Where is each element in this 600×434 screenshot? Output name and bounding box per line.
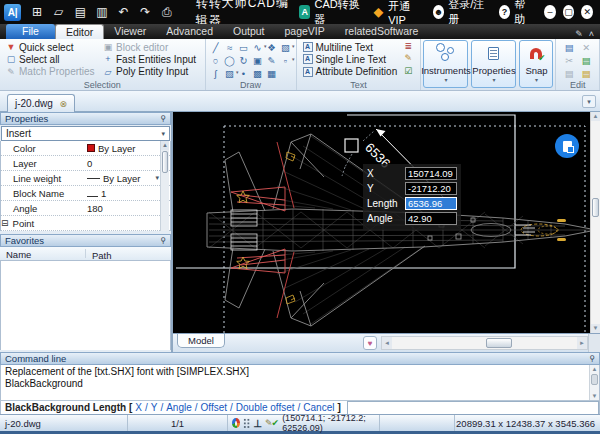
command-prompt[interactable]: BlackBackground Length [ X / Y / Angle /… (0, 400, 600, 414)
pick-box-cursor[interactable] (345, 139, 358, 152)
scroll-right-icon[interactable]: ► (577, 337, 587, 349)
text-style-icon[interactable]: ≣ (404, 41, 412, 53)
canvas-action-button[interactable] (555, 134, 579, 158)
hatch-tool-icon[interactable]: ▨ (223, 67, 237, 80)
poly-entity-input-button[interactable]: ▱Poly Entity Input (100, 66, 199, 78)
command-history[interactable]: Replacement of the [txt.SHX] font with [… (0, 365, 600, 400)
tooltip-length-field[interactable]: 6536.96 (405, 197, 457, 210)
model-tab[interactable]: Model (177, 334, 225, 348)
quick-select-button[interactable]: ▼Quick select (3, 41, 100, 53)
property-group-point[interactable]: ⊟ Point (1, 216, 170, 231)
properties-scrollbar[interactable]: ▲ (160, 141, 169, 231)
cut-icon[interactable]: ✂ (561, 54, 578, 67)
copy-tool-icon[interactable]: ▫ (279, 54, 293, 67)
save-as-icon[interactable]: ▥ (91, 5, 113, 19)
delete-icon[interactable]: ✕ (578, 41, 595, 54)
property-row-lineweight[interactable]: Line weight By Layer▾ (1, 171, 170, 186)
collapse-group-icon[interactable]: ⊟ (1, 218, 9, 228)
arc-tool-icon[interactable]: ↻ (237, 54, 251, 67)
new-file-icon[interactable]: ⊞ (26, 5, 48, 19)
login-link[interactable]: ☻ 登录/注册 (433, 0, 487, 27)
open-file-icon[interactable]: ▱ (48, 5, 70, 19)
block-tool-icon[interactable]: ❖ (265, 41, 279, 54)
circle-tool-icon[interactable]: ○ (209, 54, 223, 67)
grid-icon[interactable] (243, 418, 251, 428)
text-edit-icon[interactable]: ✎ (404, 53, 412, 65)
favorites-list[interactable] (0, 261, 171, 350)
favorites-col-name[interactable]: Name (0, 249, 86, 258)
close-tab-icon[interactable]: ⊗ (60, 99, 68, 109)
horizontal-scrollbar[interactable]: ◄ ► (381, 336, 588, 350)
minimize-button[interactable]: – (544, 5, 556, 19)
cmd-option-offset[interactable]: Offset (201, 402, 228, 413)
cad-converter-link[interactable]: A CAD转换器 (299, 0, 361, 27)
copy-with-basepoint-icon[interactable]: ▤ (578, 54, 595, 67)
scroll-up-icon[interactable]: ▲ (591, 112, 600, 121)
collapse-ribbon-icon[interactable]: ˄ (589, 29, 594, 39)
quick-style-icon[interactable]: ✎ (575, 29, 583, 39)
favorites-col-path[interactable]: Path (86, 250, 93, 257)
undo-icon[interactable]: ↶ (113, 5, 135, 19)
snap-button[interactable]: Snap ▾ (519, 40, 553, 88)
tab-advanced[interactable]: Advanced (156, 24, 223, 39)
line-tool-icon[interactable]: ╱ (209, 41, 223, 54)
print-icon[interactable]: ⎙ (156, 5, 178, 19)
tooltip-angle-field[interactable]: 42.90 (405, 212, 457, 225)
text-check-icon[interactable]: ☑ (404, 66, 412, 78)
chevron-down-icon[interactable]: ▾ (155, 174, 159, 182)
property-row-layer[interactable]: Layer 0 (1, 156, 170, 171)
drawing-viewport[interactable]: 6536 X 150714.09 Y -21712.20 Length 6536… (173, 112, 590, 333)
cmd-option-double-offset[interactable]: Double offset (236, 402, 295, 413)
property-row-color[interactable]: Color By Layer (1, 141, 170, 156)
tooltip-y-field[interactable]: -21712.20 (405, 182, 457, 195)
properties-button[interactable]: Properties ▾ (471, 40, 516, 88)
pin-icon[interactable]: ⚲ (589, 354, 595, 363)
scroll-left-icon[interactable]: ◄ (382, 337, 392, 349)
document-tab[interactable]: j-20.dwg ⊗ (7, 94, 75, 112)
perpendicular-icon[interactable]: ⊥ (253, 418, 262, 429)
select-all-button[interactable]: ▢Select all (3, 53, 100, 65)
entity-type-select[interactable]: Insert ▾ (1, 126, 170, 141)
scroll-up-icon[interactable]: ▲ (161, 141, 169, 150)
paste-icon[interactable]: ▤ (561, 41, 578, 54)
scroll-thumb[interactable] (591, 374, 598, 385)
match-properties-button[interactable]: ✎Match Properties (3, 66, 100, 78)
cmd-option-x[interactable]: X (135, 402, 142, 413)
block-save-icon[interactable]: ▤ (578, 67, 595, 80)
tooltip-x-field[interactable]: 150714.09 (405, 167, 457, 180)
vertical-scrollbar[interactable]: ▲ ▼ (590, 112, 600, 333)
scroll-down-icon[interactable]: ▼ (590, 392, 599, 400)
fast-entities-input-button[interactable]: +Fast Entities Input (100, 53, 199, 65)
osnap-icon[interactable] (232, 418, 240, 428)
maximize-button[interactable]: ▢ (563, 5, 575, 19)
tab-editor[interactable]: Editor (55, 24, 104, 39)
scroll-down-icon[interactable]: ▼ (591, 324, 600, 333)
tab-file[interactable]: File (6, 24, 55, 39)
scroll-thumb[interactable] (592, 198, 599, 217)
vip-link[interactable]: ◆ 开通VIP (373, 0, 421, 26)
favorite-view-button[interactable]: ♥ (363, 336, 377, 350)
cmd-option-cancel[interactable]: Cancel (303, 402, 334, 413)
app-logo[interactable]: A| (4, 4, 21, 21)
copy-icon[interactable]: ▤ (561, 67, 578, 80)
cmd-option-angle[interactable]: Angle (166, 402, 192, 413)
help-link[interactable]: ? 帮助 (499, 0, 532, 27)
tab-output[interactable]: Output (223, 24, 275, 39)
sketch-tool-icon[interactable]: ✎ (265, 54, 279, 67)
attribute-definition-button[interactable]: AAttribute Definition (300, 66, 401, 78)
instruments-button[interactable]: Instruments ▾ (423, 40, 468, 88)
single-line-text-button[interactable]: ASingle Line Text (300, 53, 401, 65)
save-icon[interactable]: ▤ (70, 5, 92, 19)
tab-viewer[interactable]: Viewer (104, 24, 156, 39)
region-tool-icon[interactable]: ▣ (251, 54, 265, 67)
property-row-blockname[interactable]: Block Name 1 (1, 186, 170, 201)
tab-scroll-button[interactable]: ▾ (582, 95, 596, 108)
close-button[interactable]: ✕ (581, 5, 593, 19)
command-input[interactable] (347, 401, 599, 414)
clip-tool-icon[interactable]: ▧ (279, 41, 293, 54)
block-editor-button[interactable]: ▣Block editor (100, 41, 199, 53)
pin-icon[interactable]: ⚲ (160, 236, 166, 245)
scroll-up-icon[interactable]: ▲ (590, 365, 599, 373)
tab-relatedsoftware[interactable]: relatedSoftware (335, 24, 429, 39)
redo-icon[interactable]: ↷ (134, 5, 156, 19)
